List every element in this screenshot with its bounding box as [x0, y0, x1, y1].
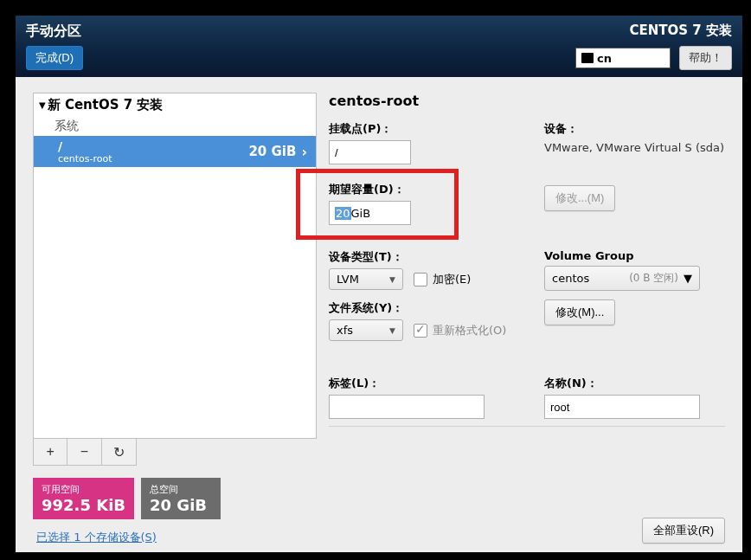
- header-left: 手动分区 完成(D): [26, 23, 83, 70]
- body: ▼ 新 CentOS 7 安装 系统 / centos-root 20 GiB …: [16, 77, 742, 554]
- tree-empty-area: [34, 167, 316, 438]
- partition-mount: /: [58, 139, 112, 153]
- capacity-field: 期望容量(D)： 20 GiB: [329, 182, 510, 225]
- modify-device-field: 修改...(M): [544, 182, 725, 225]
- dropdown-arrow-icon: ▼: [389, 275, 395, 284]
- header-right: CENTOS 7 安装 cn 帮助！: [575, 23, 732, 70]
- reformat-row[interactable]: 重新格式化(O): [414, 323, 506, 338]
- tree-system-label: 系统: [34, 117, 316, 136]
- header-bar: 手动分区 完成(D) CENTOS 7 安装 cn 帮助！: [16, 16, 742, 77]
- help-button[interactable]: 帮助！: [679, 46, 732, 70]
- partition-row-root[interactable]: / centos-root 20 GiB ›: [34, 136, 316, 167]
- triangle-down-icon: ▼: [39, 100, 46, 110]
- storage-devices-link[interactable]: 已选择 1 个存储设备(S): [33, 530, 317, 545]
- reformat-checkbox[interactable]: [414, 324, 427, 338]
- manual-partitioning-window: 手动分区 完成(D) CENTOS 7 安装 cn 帮助！ ▼ 新 CentOS…: [16, 16, 742, 552]
- form-grid: 挂载点(P)： 设备： VMware, VMware Virtual S (sd…: [329, 121, 725, 419]
- name-field: 名称(N)：: [544, 376, 725, 419]
- capacity-input[interactable]: 20 GiB: [329, 201, 411, 225]
- label-input[interactable]: [329, 395, 485, 419]
- capacity-unit: GiB: [351, 207, 371, 220]
- encrypt-checkbox[interactable]: [414, 273, 427, 286]
- total-space-label: 总空间: [150, 483, 212, 496]
- encrypt-row[interactable]: 加密(E): [414, 272, 471, 287]
- name-label: 名称(N)：: [544, 376, 725, 391]
- capacity-label: 期望容量(D)：: [329, 182, 510, 197]
- reformat-label: 重新格式化(O): [433, 323, 506, 338]
- fs-value: xfs: [337, 324, 353, 337]
- tree-root-label: 新 CentOS 7 安装: [48, 97, 164, 113]
- vg-label: Volume Group: [544, 249, 725, 262]
- header-controls: cn 帮助！: [575, 46, 732, 70]
- keyboard-layout-label: cn: [597, 52, 612, 65]
- available-space-box: 可用空间 992.5 KiB: [33, 478, 134, 519]
- tree-root-row[interactable]: ▼ 新 CentOS 7 安装: [34, 93, 316, 117]
- label-label: 标签(L)：: [329, 376, 510, 391]
- name-input[interactable]: [544, 395, 700, 419]
- right-column: centos-root 挂载点(P)： 设备： VMware, VMware V…: [329, 93, 725, 545]
- reload-button[interactable]: ↻: [102, 439, 136, 465]
- available-space-label: 可用空间: [42, 483, 125, 496]
- page-title: 手动分区: [26, 23, 83, 41]
- vg-select[interactable]: centos (0 B 空闲) ▼: [544, 266, 700, 291]
- capacity-value-selected: 20: [335, 207, 351, 220]
- vg-modify-button[interactable]: 修改(M)...: [544, 299, 615, 325]
- available-space-value: 992.5 KiB: [42, 496, 125, 514]
- vg-field: Volume Group centos (0 B 空闲) ▼ 修改(M)...: [544, 249, 725, 341]
- dropdown-arrow-icon: ▼: [684, 272, 692, 285]
- space-summary: 可用空间 992.5 KiB 总空间 20 GiB: [33, 478, 317, 519]
- fs-select[interactable]: xfs ▼: [329, 319, 403, 341]
- mount-field: 挂载点(P)：: [329, 121, 510, 164]
- device-field: 设备： VMware, VMware Virtual S (sda): [544, 121, 725, 164]
- total-space-value: 20 GiB: [150, 496, 212, 514]
- fs-label: 文件系统(Y)：: [329, 300, 510, 316]
- remove-partition-button[interactable]: −: [67, 439, 101, 465]
- mount-label: 挂载点(P)：: [329, 121, 510, 137]
- partition-tree: ▼ 新 CentOS 7 安装 系统 / centos-root 20 GiB …: [33, 93, 317, 439]
- dropdown-arrow-icon: ▼: [389, 326, 395, 335]
- done-button[interactable]: 完成(D): [26, 46, 83, 70]
- mount-input[interactable]: [329, 140, 411, 164]
- reset-row: 全部重设(R): [642, 518, 725, 544]
- device-value: VMware, VMware Virtual S (sda): [544, 140, 725, 156]
- modify-device-button[interactable]: 修改...(M): [544, 185, 615, 211]
- partition-title: centos-root: [329, 93, 725, 109]
- total-space-box: 总空间 20 GiB: [141, 478, 221, 519]
- label-field: 标签(L)：: [329, 376, 510, 419]
- left-column: ▼ 新 CentOS 7 安装 系统 / centos-root 20 GiB …: [33, 93, 317, 545]
- vg-free-label: (0 B 空闲): [629, 271, 678, 286]
- chevron-right-icon: ›: [301, 144, 307, 160]
- device-label: 设备：: [544, 121, 725, 137]
- partition-device: centos-root: [58, 153, 112, 164]
- add-partition-button[interactable]: +: [34, 439, 67, 465]
- partition-size: 20 GiB: [248, 144, 296, 159]
- keyboard-layout-indicator[interactable]: cn: [575, 48, 671, 68]
- devtype-field: 设备类型(T)： LVM ▼ 加密(E) 文件系统(Y)：: [329, 249, 510, 341]
- encrypt-label: 加密(E): [433, 272, 471, 287]
- keyboard-icon: [581, 53, 594, 63]
- partition-toolbar: + − ↻: [33, 439, 137, 466]
- devtype-select[interactable]: LVM ▼: [329, 268, 403, 290]
- devtype-value: LVM: [337, 273, 359, 286]
- brand-label: CENTOS 7 安装: [630, 23, 732, 39]
- devtype-label: 设备类型(T)：: [329, 249, 510, 265]
- reset-all-button[interactable]: 全部重设(R): [642, 518, 725, 544]
- vg-value: centos: [552, 272, 589, 285]
- separator: [329, 426, 725, 427]
